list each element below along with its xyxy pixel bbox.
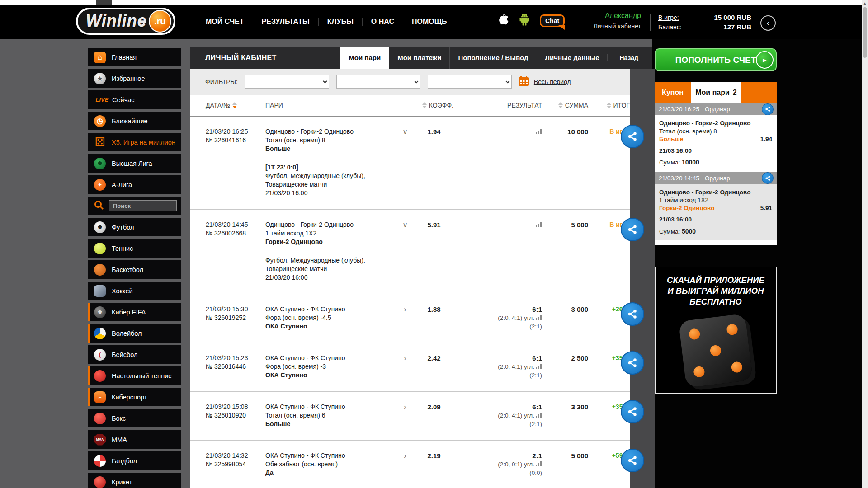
hockey-skate-icon bbox=[94, 285, 106, 297]
sidebar-item[interactable]: Главная bbox=[88, 48, 181, 66]
cabinet-tab[interactable]: Мои пари bbox=[340, 47, 389, 69]
sidebar-item[interactable]: Настольный теннис bbox=[88, 366, 181, 385]
main-menu-item[interactable]: О НАС bbox=[362, 18, 403, 26]
share-button[interactable] bbox=[762, 103, 774, 115]
boxing-glove-icon bbox=[94, 413, 106, 424]
sidebar-item[interactable]: Кибер FIFA bbox=[88, 303, 181, 321]
sidebar-item[interactable]: Баскетбол bbox=[88, 260, 181, 279]
dice-icon bbox=[94, 136, 106, 148]
live-score: [1Т 23' 0:0] bbox=[265, 163, 396, 172]
sort-by-sum-header[interactable]: СУММА bbox=[542, 102, 588, 109]
sidebar-item[interactable]: Ближайшие bbox=[88, 112, 181, 130]
bet-detail: Футбол, Международные (клубы), Товарищес… bbox=[265, 256, 396, 282]
sidebar-item[interactable]: Сейчас bbox=[88, 90, 181, 109]
bet-teams: Одинцово - Горки-2 Одинцово bbox=[265, 127, 396, 136]
sidebar-item[interactable]: Волейбол bbox=[88, 324, 181, 343]
bet-date-cell: 21/03/20 14:32 № 325998054 bbox=[206, 451, 265, 477]
filter-select-3[interactable] bbox=[428, 75, 512, 89]
share-button[interactable] bbox=[621, 218, 644, 241]
expand-chevron-icon[interactable]: ∨ bbox=[396, 127, 415, 197]
sidebar-item[interactable]: Бокс bbox=[88, 409, 181, 427]
scrollbar-up-arrow[interactable]: ▲ bbox=[862, 0, 868, 7]
period-link[interactable]: Весь период bbox=[534, 78, 571, 85]
main-menu-item[interactable]: РЕЗУЛЬТАТЫ bbox=[253, 18, 318, 26]
expand-chevron-icon[interactable]: ∨ bbox=[396, 221, 415, 282]
share-button[interactable] bbox=[621, 449, 644, 472]
main-menu: МОЙ СЧЕТРЕЗУЛЬТАТЫКЛУБЫО НАСПОМОЩЬ bbox=[197, 5, 456, 39]
main-menu-item[interactable]: ПОМОЩЬ bbox=[403, 18, 456, 26]
sidebar-item[interactable]: Избранное bbox=[88, 69, 181, 88]
scrollbar-thumb[interactable] bbox=[863, 7, 867, 58]
sidebar-item[interactable]: Высшая Лига bbox=[88, 154, 181, 173]
sidebar-item[interactable]: Хоккей bbox=[88, 282, 181, 300]
filter-select-2[interactable] bbox=[336, 75, 420, 89]
sidebar-item[interactable]: Футбол bbox=[88, 218, 181, 236]
coupon-card-header: 21/03/20 14:45 Ординар bbox=[655, 172, 777, 184]
bet-number: № 326041616 bbox=[206, 136, 265, 145]
result-score: 6:1 bbox=[453, 305, 542, 314]
coupon-card-time: 21/03/20 14:45 bbox=[659, 175, 699, 182]
bet-number: № 325998054 bbox=[206, 460, 265, 469]
in-play-label[interactable]: В игре: bbox=[658, 14, 679, 21]
top-strip-fragment bbox=[96, 0, 112, 5]
sidebar-item[interactable]: Теннис bbox=[88, 239, 181, 258]
handball-icon bbox=[94, 455, 106, 467]
sidebar-item[interactable]: Гандбол bbox=[88, 451, 181, 470]
bet-sum: 3 000 bbox=[542, 305, 588, 331]
search-input[interactable] bbox=[109, 200, 177, 211]
main-menu-item[interactable]: МОЙ СЧЕТ bbox=[197, 18, 253, 26]
chat-icon[interactable]: Chat bbox=[540, 14, 565, 27]
sidebar-item[interactable]: Крикет bbox=[88, 473, 181, 488]
deposit-arrow-icon: ► bbox=[756, 51, 774, 69]
back-link[interactable]: Назад bbox=[607, 54, 652, 61]
share-button[interactable] bbox=[621, 302, 644, 326]
page-scrollbar[interactable]: ▲ bbox=[862, 0, 868, 488]
winline-logo[interactable]: Winline .ru bbox=[76, 8, 175, 35]
sort-by-date-header[interactable]: ДАТА/№ bbox=[206, 102, 265, 109]
share-button[interactable] bbox=[621, 400, 644, 423]
expand-chevron-icon[interactable]: › bbox=[396, 354, 415, 380]
bet-coef: 1.94 bbox=[415, 127, 453, 197]
sort-by-coef-header[interactable]: КОЭФФ. bbox=[415, 102, 453, 109]
share-icon bbox=[627, 131, 638, 142]
share-button[interactable] bbox=[762, 172, 774, 184]
share-button[interactable] bbox=[621, 351, 644, 375]
sidebar-item[interactable]: X5. Игра на миллион bbox=[88, 133, 181, 151]
sidebar-item[interactable]: ММА bbox=[88, 430, 181, 449]
bet-coef: 5.91 bbox=[415, 221, 453, 282]
sidebar-item[interactable]: Киберспорт bbox=[88, 388, 181, 406]
bet-coef: 2.42 bbox=[415, 354, 453, 380]
balance-label[interactable]: Баланс: bbox=[658, 23, 682, 31]
expand-chevron-icon[interactable]: › bbox=[396, 451, 415, 477]
apple-icon[interactable] bbox=[496, 13, 509, 29]
collapse-panel-button[interactable]: ‹ bbox=[760, 15, 776, 31]
expand-chevron-icon[interactable]: › bbox=[396, 305, 415, 331]
expand-chevron-icon[interactable]: › bbox=[396, 403, 415, 428]
cabinet-tab[interactable]: Мои платежи bbox=[389, 47, 449, 69]
personal-cabinet-link[interactable]: Личный кабинет bbox=[594, 23, 641, 30]
bet-result-cell: 6:1 (2:0, 4:1) угл. (2:1) bbox=[453, 403, 542, 428]
sort-by-itog-header[interactable]: ИТОГ bbox=[588, 102, 630, 109]
share-icon bbox=[765, 106, 771, 112]
cabinet-tab[interactable]: Пополнение / Вывод bbox=[449, 47, 536, 69]
android-icon[interactable] bbox=[518, 13, 531, 29]
sidebar-item[interactable]: А-Лига bbox=[88, 175, 181, 194]
bet-table-row: 21/03/20 15:23 № 326016446 ОКА Ступино -… bbox=[190, 343, 630, 392]
bet-teams: ОКА Ступино - ФК Ступино bbox=[265, 451, 396, 460]
bet-teams: ОКА Ступино - ФК Ступино bbox=[265, 305, 396, 314]
app-promo-banner[interactable]: СКАЧАЙ ПРИЛОЖЕНИЕ И ВЫИГРАЙ МИЛЛИОН БЕСП… bbox=[655, 267, 777, 394]
filter-select-1[interactable] bbox=[245, 75, 329, 89]
coupon-card-pick: Больше bbox=[659, 135, 683, 143]
calendar-icon[interactable] bbox=[518, 75, 529, 88]
bet-sum: 2 500 bbox=[542, 354, 588, 380]
deposit-button[interactable]: ПОПОЛНИТЬ СЧЕТ ► bbox=[655, 48, 777, 71]
tab-my-bets[interactable]: Мои пари 2 bbox=[691, 82, 741, 103]
tab-coupon[interactable]: Купон bbox=[655, 82, 691, 103]
sidebar-item-label: Избранное bbox=[112, 75, 145, 82]
sidebar-item[interactable]: Бейсбол bbox=[88, 345, 181, 364]
coupon-card-teams: Одинцово - Горки-2 Одинцово bbox=[659, 188, 772, 197]
cabinet-tab[interactable]: Личные данные bbox=[537, 47, 608, 69]
main-menu-item[interactable]: КЛУБЫ bbox=[318, 18, 362, 26]
share-button[interactable] bbox=[621, 125, 644, 148]
sort-icon bbox=[558, 102, 563, 108]
